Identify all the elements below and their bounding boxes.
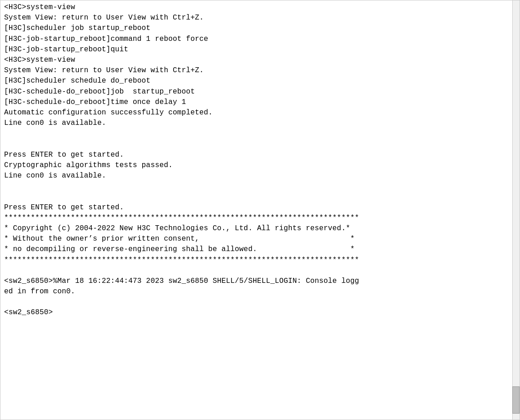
scrollbar-thumb[interactable] [512,386,520,414]
terminal-output: <H3C>system-view System View: return to … [4,2,509,318]
scrollbar[interactable] [512,0,520,420]
terminal-window: <H3C>system-view System View: return to … [0,0,520,420]
terminal-content: <H3C>system-view System View: return to … [0,0,512,420]
